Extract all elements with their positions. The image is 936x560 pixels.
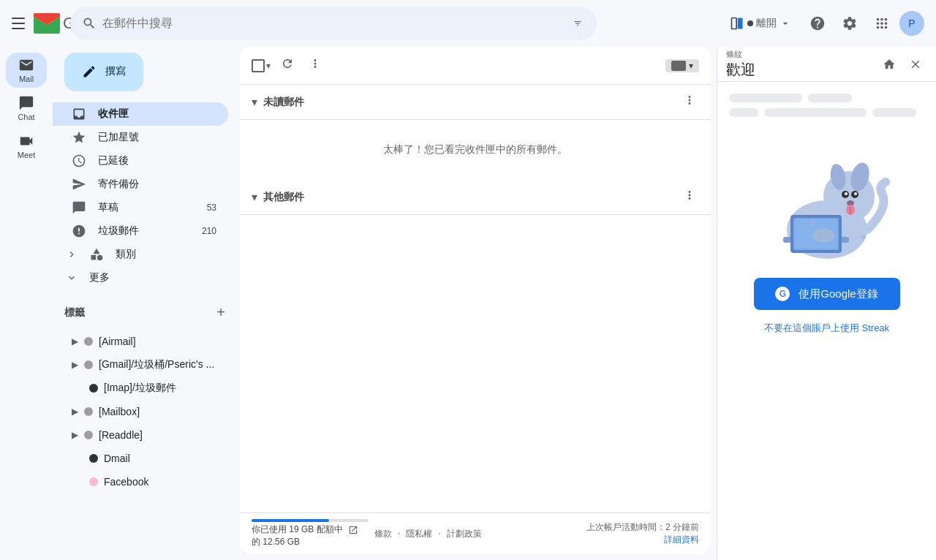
storage-amount: 的 12.56 GB (252, 537, 300, 547)
label-name: Dmail (104, 453, 216, 464)
starred-label: 已加星號 (98, 131, 216, 144)
google-g-icon: G (775, 287, 790, 301)
skip-streak-link[interactable]: 不要在這個賬戶上使用 Streak (764, 322, 889, 335)
apps-button[interactable] (867, 9, 897, 38)
label-name: [Mailbox] (99, 406, 216, 417)
labels-add-button[interactable]: + (214, 301, 228, 324)
mail-icon (18, 57, 34, 73)
nav-snoozed[interactable]: 已延後 (53, 149, 228, 173)
svg-point-3 (97, 255, 103, 261)
toolbar-right: ▾ (665, 59, 699, 72)
label-color-dot (89, 454, 98, 463)
label-name: [Readdle] (99, 429, 216, 441)
page-indicator[interactable]: ▾ (665, 59, 699, 72)
google-signin-button[interactable]: G 使用Google登錄 (754, 278, 900, 310)
other-toggle[interactable]: ▾ (252, 190, 257, 204)
help-icon (809, 15, 826, 31)
header-right: 離開 P (721, 9, 924, 38)
svg-point-23 (803, 231, 807, 235)
help-button[interactable] (803, 9, 832, 38)
label-name: Facebook (104, 476, 216, 488)
svg-point-22 (809, 219, 815, 225)
panel-close-button[interactable] (904, 53, 927, 76)
blob (729, 108, 758, 117)
refresh-button[interactable] (276, 53, 298, 78)
gmail-m-logo (34, 13, 60, 34)
nav-more[interactable]: 更多 (53, 266, 228, 290)
unread-empty-message: 太棒了！您已看完收件匣中的所有郵件。 (240, 120, 711, 180)
mini-nav-chat[interactable]: Chat (6, 91, 47, 126)
compose-button[interactable]: 撰寫 (64, 53, 143, 91)
nav-categories[interactable]: 類別 (53, 243, 228, 266)
search-bar[interactable] (70, 7, 597, 40)
svg-point-16 (845, 192, 848, 195)
panel-home-button[interactable] (878, 53, 901, 76)
apps-icon (874, 15, 890, 31)
mini-nav-meet[interactable]: Meet (6, 129, 47, 164)
search-input[interactable] (102, 17, 565, 30)
nav-spam[interactable]: 垃圾郵件 210 (53, 219, 228, 243)
nav-drafts[interactable]: 草稿 53 (53, 196, 228, 219)
drafts-label: 草稿 (98, 201, 195, 214)
split-view-button[interactable]: 離開 (721, 12, 800, 35)
label-color-dot (84, 431, 93, 439)
drafts-count: 53 (207, 203, 216, 213)
inbox-label: 收件匣 (98, 107, 216, 121)
unread-more-button[interactable] (680, 91, 699, 113)
search-tune-icon[interactable] (570, 16, 585, 31)
avatar[interactable]: P (899, 11, 924, 36)
labels-section-header: 標籤 + (53, 295, 240, 330)
label-dmail[interactable]: Dmail (53, 447, 228, 470)
open-in-new-icon[interactable] (348, 525, 358, 535)
label-arrow-icon: ▶ (72, 360, 78, 370)
page-dropdown-arrow[interactable]: ▾ (689, 61, 693, 71)
blob-row-1 (729, 94, 924, 102)
details-link[interactable]: 詳細資料 (664, 534, 699, 545)
label-color-dot (89, 384, 98, 393)
label-arrow-icon: ▶ (72, 430, 78, 440)
mini-nav-mail[interactable]: Mail (6, 53, 47, 88)
sent-icon (72, 177, 86, 192)
more-label: 更多 (89, 271, 216, 284)
more-vert-icon (309, 57, 322, 70)
footer-privacy[interactable]: 隱私權 (406, 528, 432, 540)
svg-rect-1 (738, 18, 743, 29)
unread-toggle[interactable]: ▾ (252, 95, 257, 109)
label-imap-spam[interactable]: [Imap]/垃圾郵件 (53, 377, 228, 400)
nav-starred[interactable]: 已加星號 (53, 126, 228, 149)
toolbar-more-button[interactable] (304, 53, 326, 78)
meet-label: Meet (18, 151, 35, 159)
chat-icon (18, 95, 34, 111)
select-dropdown-arrow[interactable]: ▾ (266, 61, 271, 71)
blob (808, 94, 852, 102)
compose-icon (82, 64, 97, 79)
menu-button[interactable] (12, 9, 25, 38)
label-color-dot (84, 337, 93, 346)
footer-terms[interactable]: 條款 (374, 528, 392, 540)
settings-button[interactable] (835, 9, 864, 38)
email-toolbar: ▾ ▾ (240, 47, 711, 85)
nav-sent[interactable]: 寄件備份 (53, 173, 228, 196)
other-more-button[interactable] (680, 186, 699, 208)
label-facebook[interactable]: Facebook (53, 470, 228, 493)
circle-icon (747, 20, 753, 26)
footer-links: 條款 · 隱私權 · 計劃政策 (374, 528, 482, 540)
svg-point-24 (861, 235, 866, 239)
unread-section-title: 未讀郵件 (263, 96, 674, 109)
select-all-checkbox[interactable] (252, 59, 265, 72)
footer-program[interactable]: 計劃政策 (447, 528, 482, 540)
footer-storage: 你已使用 19 GB 配額中 的 12.56 GB 條款 · 隱私權 · 計劃政… (252, 519, 482, 548)
select-all-area[interactable]: ▾ (252, 59, 271, 72)
sent-label: 寄件備份 (98, 178, 216, 191)
label-airmail[interactable]: ▶ [Airmail] (53, 330, 228, 353)
left-mini-nav: Mail Chat Meet (0, 47, 53, 560)
label-readdle[interactable]: ▶ [Readdle] (53, 423, 228, 447)
right-panel-body: G 使用Google登錄 不要在這個賬戶上使用 Streak (717, 82, 936, 560)
label-mailbox[interactable]: ▶ [Mailbox] (53, 400, 228, 423)
google-btn-label: 使用Google登錄 (799, 287, 878, 301)
panel-title: 歡迎 (726, 60, 875, 80)
page-box-icon (671, 61, 686, 71)
nav-inbox[interactable]: 收件匣 (53, 102, 228, 126)
label-gmail-trash[interactable]: ▶ [Gmail]/垃圾桶/Pseric's ... (53, 353, 228, 377)
storage-used: 你已使用 19 GB 配額中 (252, 524, 343, 534)
